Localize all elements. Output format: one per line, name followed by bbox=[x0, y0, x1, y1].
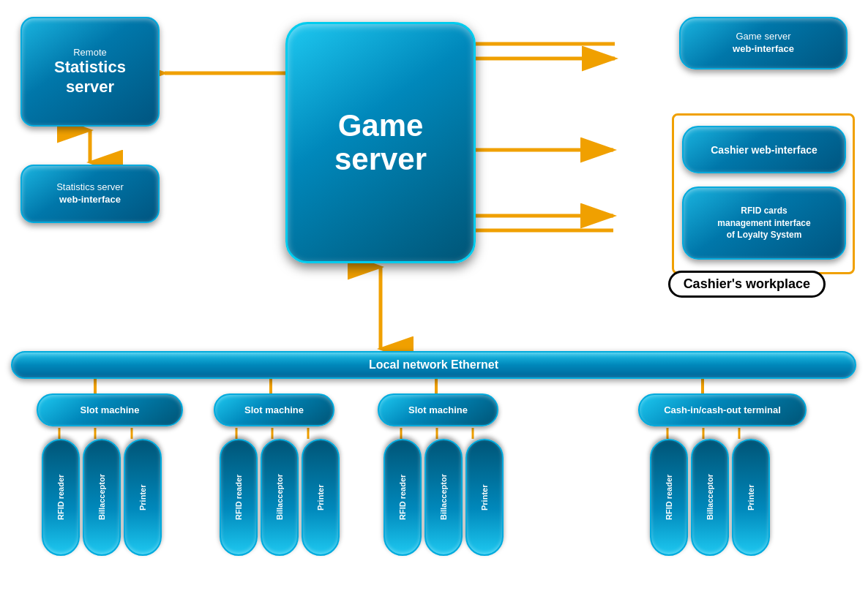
device-bill-1: Billacceptor bbox=[83, 439, 121, 556]
stats-server-label-small: Remote bbox=[73, 47, 107, 58]
device-bill-4: Billacceptor bbox=[691, 439, 729, 556]
device-bill-2: Billacceptor bbox=[261, 439, 299, 556]
slot-machine-3: Slot machine bbox=[378, 393, 498, 426]
rfid-cards-label: RFID cardsmanagement interfaceof Loyalty… bbox=[714, 201, 814, 245]
stats-web-node: Statistics serverweb-interface bbox=[20, 165, 160, 223]
game-web-label: Game serverweb-interface bbox=[733, 31, 794, 56]
device-rfid-3: RFID reader bbox=[384, 439, 422, 556]
stats-server-node: Remote Statisticsserver bbox=[20, 17, 160, 127]
cashier-web-node: Cashier web-interface bbox=[682, 126, 846, 173]
device-rfid-4: RFID reader bbox=[650, 439, 688, 556]
game-server-node: Gameserver bbox=[285, 22, 476, 263]
architecture-diagram: Remote Statisticsserver Statistics serve… bbox=[0, 0, 868, 599]
stats-web-label: Statistics serverweb-interface bbox=[56, 181, 124, 206]
rfid-cards-node: RFID cardsmanagement interfaceof Loyalty… bbox=[682, 187, 846, 260]
stats-server-label-big: Statisticsserver bbox=[54, 58, 126, 97]
device-printer-4: Printer bbox=[732, 439, 770, 556]
device-bill-3: Billacceptor bbox=[424, 439, 463, 556]
device-printer-2: Printer bbox=[302, 439, 340, 556]
cashier-workplace-label: Cashier's workplace bbox=[668, 271, 826, 298]
device-rfid-1: RFID reader bbox=[42, 439, 80, 556]
ethernet-label: Local network Ethernet bbox=[369, 358, 498, 372]
device-printer-1: Printer bbox=[124, 439, 162, 556]
device-printer-3: Printer bbox=[465, 439, 504, 556]
ethernet-bar: Local network Ethernet bbox=[11, 351, 856, 379]
device-rfid-2: RFID reader bbox=[220, 439, 258, 556]
cash-terminal: Cash-in/cash-out terminal bbox=[638, 393, 807, 426]
slot-machine-2: Slot machine bbox=[214, 393, 334, 426]
game-server-label: Gameserver bbox=[334, 109, 427, 176]
cashier-web-label: Cashier web-interface bbox=[711, 144, 818, 156]
slot-machine-1: Slot machine bbox=[37, 393, 183, 426]
game-web-node: Game serverweb-interface bbox=[679, 17, 848, 69]
